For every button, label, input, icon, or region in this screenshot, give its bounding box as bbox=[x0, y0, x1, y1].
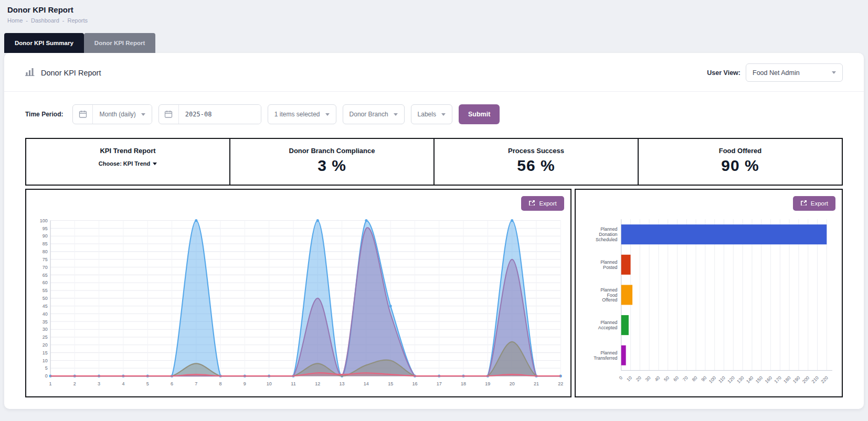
svg-text:40: 40 bbox=[653, 375, 661, 382]
svg-text:60: 60 bbox=[43, 280, 48, 285]
user-view-label: User View: bbox=[707, 69, 740, 77]
export-button[interactable]: Export bbox=[521, 196, 564, 211]
svg-text:100: 100 bbox=[40, 218, 48, 223]
bar-category-label: Planned bbox=[600, 260, 617, 265]
kpi-title: Donor Branch Compliance bbox=[289, 147, 375, 155]
svg-text:25: 25 bbox=[43, 334, 48, 340]
breadcrumb-home[interactable]: Home bbox=[7, 17, 23, 24]
svg-text:15: 15 bbox=[388, 381, 393, 386]
items-selected-select[interactable]: 1 items selected bbox=[268, 104, 336, 124]
svg-text:13: 13 bbox=[340, 381, 345, 386]
series-blue-point bbox=[511, 219, 513, 222]
donor-branch-select[interactable]: Donor Branch bbox=[343, 104, 405, 124]
period-value-input[interactable] bbox=[179, 105, 261, 124]
export-button[interactable]: Export bbox=[793, 196, 835, 211]
user-view-value: Food Net Admin bbox=[753, 69, 800, 77]
svg-text:30: 30 bbox=[43, 327, 48, 332]
breadcrumb-separator: - bbox=[62, 17, 65, 24]
svg-text:100: 100 bbox=[708, 375, 717, 384]
svg-text:150: 150 bbox=[754, 375, 764, 384]
bar bbox=[621, 315, 628, 335]
export-button-label: Export bbox=[539, 200, 556, 207]
kpi-title: KPI Trend Report bbox=[100, 147, 155, 155]
svg-text:80: 80 bbox=[691, 375, 698, 382]
tab-donor-kpi-report[interactable]: Donor KPI Report bbox=[84, 33, 155, 53]
svg-text:30: 30 bbox=[644, 375, 651, 382]
bar-category-label: Scheduled bbox=[596, 237, 618, 242]
period-type-value: Month (daily) bbox=[99, 111, 135, 118]
svg-text:170: 170 bbox=[773, 375, 782, 384]
svg-text:180: 180 bbox=[782, 375, 792, 384]
items-selected-value: 1 items selected bbox=[274, 111, 320, 118]
svg-text:10: 10 bbox=[43, 358, 48, 363]
kpi-title: Process Success bbox=[508, 147, 564, 155]
kpi-value: 56 % bbox=[517, 157, 555, 175]
svg-text:85: 85 bbox=[43, 241, 48, 246]
svg-text:220: 220 bbox=[820, 375, 829, 384]
svg-text:22: 22 bbox=[558, 381, 563, 386]
bar bbox=[621, 346, 626, 365]
svg-text:70: 70 bbox=[682, 375, 689, 382]
labels-select[interactable]: Labels bbox=[411, 104, 452, 124]
export-icon bbox=[800, 200, 807, 207]
bar-chart-icon bbox=[25, 68, 35, 78]
breadcrumb-reports[interactable]: Reports bbox=[68, 17, 88, 24]
svg-text:6: 6 bbox=[171, 381, 173, 386]
svg-text:60: 60 bbox=[672, 375, 680, 382]
svg-text:130: 130 bbox=[736, 375, 745, 384]
svg-text:10: 10 bbox=[267, 381, 272, 386]
svg-text:14: 14 bbox=[364, 381, 369, 386]
svg-text:200: 200 bbox=[801, 375, 811, 384]
caret-down-icon bbox=[153, 163, 157, 165]
svg-text:90: 90 bbox=[43, 233, 48, 239]
bar-category-label: Donation bbox=[599, 232, 617, 237]
svg-text:190: 190 bbox=[792, 375, 801, 384]
submit-button[interactable]: Submit bbox=[459, 104, 500, 124]
time-period-label: Time Period: bbox=[25, 111, 63, 118]
svg-text:75: 75 bbox=[43, 257, 48, 262]
kpi-value: 3 % bbox=[317, 157, 346, 175]
charts-row: Export 051015202530354045505560657075808… bbox=[25, 189, 843, 397]
breadcrumb: Home - Dashboard - Reports bbox=[7, 17, 861, 24]
bar-category-label: Food bbox=[607, 293, 617, 298]
kpi-value: 90 % bbox=[721, 157, 759, 175]
kpi-trend-dropdown-label: Choose: KPI Trend bbox=[99, 160, 150, 167]
svg-text:19: 19 bbox=[485, 381, 490, 386]
bar-category-label: Accepted bbox=[598, 325, 618, 330]
svg-text:210: 210 bbox=[810, 375, 820, 384]
user-view-select[interactable]: Food Net Admin bbox=[746, 63, 843, 82]
svg-text:8: 8 bbox=[219, 381, 222, 386]
svg-text:20: 20 bbox=[510, 381, 515, 386]
breadcrumb-dashboard[interactable]: Dashboard bbox=[31, 17, 59, 24]
svg-text:17: 17 bbox=[437, 381, 442, 386]
export-button-label: Export bbox=[811, 200, 828, 207]
svg-text:5: 5 bbox=[45, 365, 48, 371]
period-type-select[interactable]: Month (daily) bbox=[93, 105, 151, 124]
report-tabs: Donor KPI Summary Donor KPI Report bbox=[4, 33, 868, 53]
svg-text:20: 20 bbox=[43, 342, 48, 348]
period-value-group bbox=[158, 104, 261, 124]
trend-chart-panel: Export 051015202530354045505560657075808… bbox=[25, 189, 571, 397]
svg-text:35: 35 bbox=[43, 319, 48, 325]
page-title: Donor KPI Report bbox=[7, 5, 861, 14]
period-type-group: Month (daily) bbox=[72, 104, 152, 124]
svg-text:5: 5 bbox=[146, 381, 149, 386]
svg-text:140: 140 bbox=[745, 375, 755, 384]
svg-text:0: 0 bbox=[45, 373, 48, 379]
svg-text:80: 80 bbox=[43, 249, 48, 254]
bar-category-label: Planned bbox=[600, 350, 617, 355]
series-blue-point bbox=[195, 219, 197, 222]
bar-category-label: Planned bbox=[600, 320, 617, 325]
kpi-trend-dropdown[interactable]: Choose: KPI Trend bbox=[99, 160, 157, 167]
svg-text:90: 90 bbox=[700, 375, 707, 382]
bar-category-label: Offered bbox=[602, 297, 617, 303]
svg-text:40: 40 bbox=[43, 311, 48, 317]
chevron-down-icon bbox=[394, 113, 398, 116]
kpi-box-donor-branch-compliance: Donor Branch Compliance 3 % bbox=[230, 138, 435, 186]
kpi-box-process-success: Process Success 56 % bbox=[435, 138, 639, 186]
breadcrumb-separator: - bbox=[26, 17, 28, 24]
svg-text:0: 0 bbox=[618, 375, 623, 381]
svg-text:21: 21 bbox=[534, 381, 539, 386]
tab-donor-kpi-summary[interactable]: Donor KPI Summary bbox=[4, 33, 84, 53]
labels-placeholder: Labels bbox=[418, 111, 436, 118]
